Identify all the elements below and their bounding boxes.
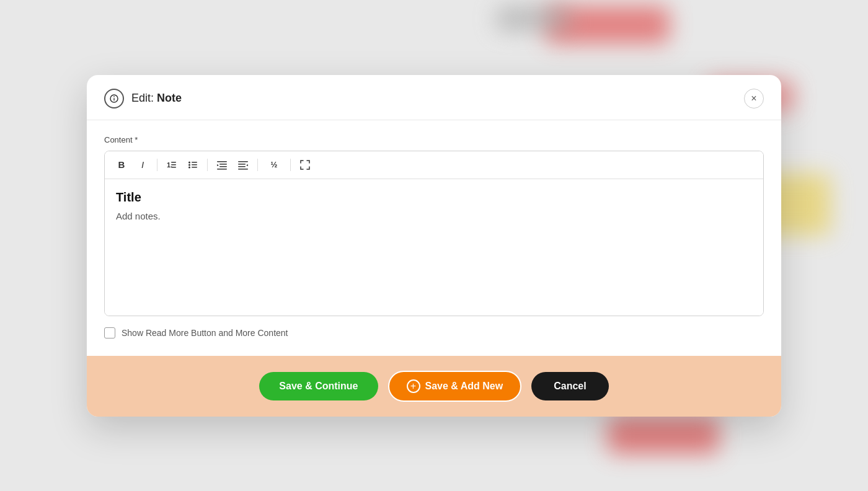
editor-container: B I 1. <box>104 151 764 316</box>
toolbar-sep-4 <box>290 159 291 171</box>
svg-point-8 <box>188 164 190 166</box>
content-field-label: Content * <box>104 135 764 144</box>
indent-right-button[interactable] <box>213 156 231 174</box>
show-more-label: Show Read More Button and More Content <box>122 328 288 338</box>
toolbar-sep-3 <box>257 159 258 171</box>
modal-header: Edit: Note × <box>87 75 781 120</box>
toolbar-sep-2 <box>207 159 208 171</box>
show-more-checkbox[interactable] <box>104 327 115 338</box>
svg-rect-13 <box>217 161 227 162</box>
svg-rect-1 <box>113 98 114 101</box>
svg-marker-17 <box>217 164 219 166</box>
modal-title: Edit: Note <box>131 92 182 105</box>
svg-point-9 <box>188 166 190 168</box>
modal-title-group: Edit: Note <box>104 89 182 108</box>
modal-wrapper: Edit: Note × Content * B I 1. <box>87 75 781 417</box>
unordered-list-button[interactable] <box>184 156 202 174</box>
svg-rect-4 <box>171 162 176 163</box>
svg-rect-20 <box>238 166 246 167</box>
save-add-new-button[interactable]: + Save & Add New <box>388 371 522 402</box>
svg-rect-18 <box>238 161 248 162</box>
modal-footer: Save & Continue + Save & Add New Cancel <box>87 356 781 417</box>
svg-rect-19 <box>238 164 246 165</box>
svg-rect-16 <box>217 169 227 170</box>
svg-rect-21 <box>238 169 248 170</box>
modal-body: Content * B I 1. <box>87 120 781 356</box>
svg-rect-15 <box>219 166 227 167</box>
info-icon <box>104 89 124 108</box>
svg-rect-5 <box>171 164 176 166</box>
bg-blob-gray-top <box>496 6 570 31</box>
bg-blob-red-bottom <box>608 417 719 454</box>
editor-content-area[interactable]: Title Add notes. <box>105 179 763 316</box>
show-more-row: Show Read More Button and More Content <box>104 327 764 338</box>
editor-body-text: Add notes. <box>116 211 752 221</box>
ordered-list-button[interactable]: 1. <box>162 156 181 174</box>
fraction-button[interactable]: ½ <box>263 156 285 174</box>
italic-button[interactable]: I <box>133 156 152 174</box>
editor-toolbar: B I 1. <box>105 151 763 179</box>
save-add-new-label: Save & Add New <box>425 381 503 392</box>
expand-button[interactable] <box>296 156 314 174</box>
bold-button[interactable]: B <box>112 156 131 174</box>
toolbar-sep-1 <box>157 159 157 171</box>
svg-rect-11 <box>192 164 197 166</box>
svg-point-7 <box>188 161 190 163</box>
svg-rect-14 <box>219 164 227 165</box>
svg-rect-6 <box>171 167 176 168</box>
svg-marker-22 <box>246 164 248 166</box>
edit-note-modal: Edit: Note × Content * B I 1. <box>87 75 781 417</box>
plus-circle-icon: + <box>407 379 420 393</box>
svg-rect-10 <box>192 162 197 163</box>
indent-left-button[interactable] <box>234 156 252 174</box>
save-continue-button[interactable]: Save & Continue <box>259 372 378 400</box>
cancel-button[interactable]: Cancel <box>531 372 608 400</box>
svg-point-2 <box>113 95 115 97</box>
editor-title-text: Title <box>116 190 752 205</box>
close-button[interactable]: × <box>744 89 764 108</box>
svg-rect-12 <box>192 167 197 168</box>
